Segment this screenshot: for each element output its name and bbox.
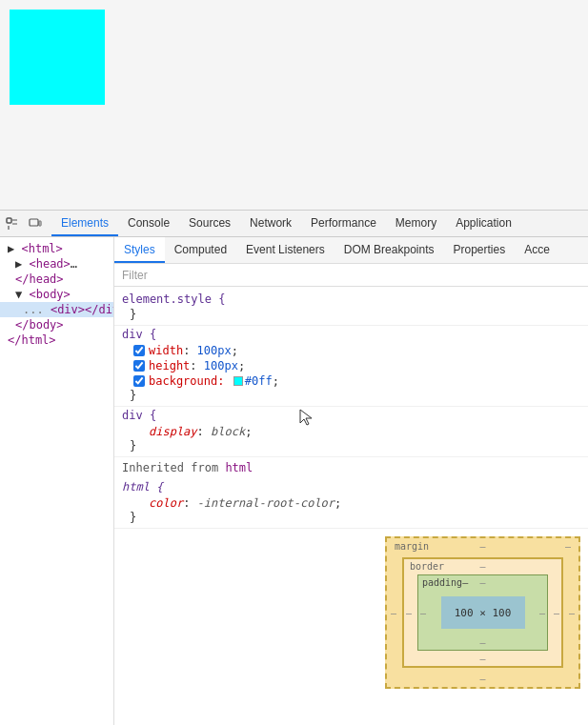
style-block-div1: div { width: 100px; height: 100px; ba xyxy=(114,326,588,407)
width-prop-name: width xyxy=(149,344,183,357)
element-picker-icon[interactable] xyxy=(4,215,21,232)
dom-line-head[interactable]: ▶ <head>… xyxy=(0,256,113,272)
inherited-tag: html xyxy=(225,461,253,474)
border-dash-top: – xyxy=(479,561,485,572)
style-prop-color: color: -internal-root-color; xyxy=(122,495,580,511)
style-prop-background: background: #0ff; xyxy=(122,373,580,389)
div2-close: } xyxy=(122,439,580,453)
html-selector: html { xyxy=(122,480,580,493)
border-dash-bottom: – xyxy=(479,654,485,664)
dom-line-head-close[interactable]: </head> xyxy=(0,272,113,287)
div1-close: } xyxy=(122,389,580,402)
inherited-header: Inherited from html xyxy=(114,457,588,478)
margin-dash-bottom: – xyxy=(479,674,485,684)
margin-dash-top: – xyxy=(479,541,485,552)
dom-line-body[interactable]: ▼ <body> xyxy=(0,287,113,302)
tab-console[interactable]: Console xyxy=(118,211,179,236)
dom-line-body-close[interactable]: </body> xyxy=(0,317,113,332)
border-label: border xyxy=(410,561,444,572)
sub-tab-acce[interactable]: Acce xyxy=(515,237,559,263)
inherited-from-label: Inherited from xyxy=(122,461,225,474)
padding-dash-left: – xyxy=(420,608,426,618)
devtools-toolbar: Elements Console Sources Network Perform… xyxy=(0,211,588,237)
style-prop-display: display: block; xyxy=(122,424,580,439)
border-dash-left: – xyxy=(406,608,412,618)
background-value: #0ff xyxy=(245,374,273,388)
preview-area xyxy=(0,0,588,210)
color-swatch[interactable] xyxy=(233,376,243,386)
content-box: 100 × 100 xyxy=(441,596,525,629)
margin-dash-top-right: – xyxy=(565,541,571,552)
toolbar-icons xyxy=(4,215,44,232)
padding-label: padding– xyxy=(422,577,468,588)
cyan-box xyxy=(10,10,105,105)
background-prop-name: background: xyxy=(149,374,224,388)
style-block-div2: div { display: block; } xyxy=(114,407,588,457)
height-prop-name: height xyxy=(149,359,190,373)
sub-tabs: Styles Computed Event Listeners DOM Brea… xyxy=(114,237,588,264)
device-toolbar-icon[interactable] xyxy=(27,215,44,232)
dom-line-html[interactable]: ▶ <html> xyxy=(0,241,113,256)
width-value: 100px xyxy=(197,344,232,357)
dom-panel: ▶ <html> ▶ <head>… </head> ▼ <body> ... … xyxy=(0,237,114,725)
border-dash-right: – xyxy=(554,608,559,618)
padding-box: padding– – – – – 100 × 100 xyxy=(417,574,548,651)
filter-placeholder: Filter xyxy=(122,269,148,282)
filter-bar: Filter xyxy=(114,264,588,287)
style-block-html: html { color: -internal-root-color; } xyxy=(114,478,588,529)
padding-dash-right: – xyxy=(539,608,545,618)
display-value: block xyxy=(211,425,245,438)
style-prop-width: width: 100px; xyxy=(122,343,580,358)
sub-tab-computed[interactable]: Computed xyxy=(165,237,236,263)
margin-dash-right: – xyxy=(569,608,575,618)
sub-tab-styles[interactable]: Styles xyxy=(114,237,165,263)
tab-sources[interactable]: Sources xyxy=(179,211,240,236)
height-value: 100px xyxy=(204,359,238,373)
tab-elements[interactable]: Elements xyxy=(51,211,118,236)
style-prop-height: height: 100px; xyxy=(122,358,580,373)
div1-selector: div { xyxy=(122,328,580,341)
display-prop-name: display xyxy=(149,425,197,438)
styles-content: element.style { } div { width: 100px; he… xyxy=(114,287,588,725)
height-checkbox[interactable] xyxy=(133,360,145,372)
margin-label: margin xyxy=(395,541,429,552)
margin-dash-left: – xyxy=(391,608,396,618)
color-value: -internal-root-color xyxy=(197,496,335,510)
box-model-section: margin – – – – – xyxy=(114,529,588,693)
width-checkbox[interactable] xyxy=(133,345,145,356)
svg-rect-2 xyxy=(39,221,41,226)
html-close: } xyxy=(122,511,580,524)
padding-dash-top: – xyxy=(479,577,485,588)
styles-panel: Styles Computed Event Listeners DOM Brea… xyxy=(114,237,588,725)
tab-memory[interactable]: Memory xyxy=(386,211,446,236)
box-model-diagram: margin – – – – – xyxy=(385,536,580,689)
sub-tab-event-listeners[interactable]: Event Listeners xyxy=(236,237,335,263)
color-prop-name: color xyxy=(149,496,183,510)
devtools-main-content: ▶ <html> ▶ <head>… </head> ▼ <body> ... … xyxy=(0,237,588,725)
svg-rect-0 xyxy=(7,218,11,223)
element-style-selector: element.style { xyxy=(122,292,580,306)
devtools-panel: Elements Console Sources Network Perform… xyxy=(0,210,588,725)
devtools-main-tabs: Elements Console Sources Network Perform… xyxy=(51,211,521,236)
dom-line-div[interactable]: ... <div></div> xyxy=(0,302,113,317)
tab-performance[interactable]: Performance xyxy=(301,211,386,236)
content-size: 100 × 100 xyxy=(455,607,512,619)
element-style-close: } xyxy=(122,308,580,321)
sub-tab-properties[interactable]: Properties xyxy=(443,237,515,263)
tab-application[interactable]: Application xyxy=(446,211,521,236)
style-block-element: element.style { } xyxy=(114,291,588,326)
dom-line-html-close[interactable]: </html> xyxy=(0,332,113,348)
padding-dash-bottom: – xyxy=(479,637,485,648)
background-checkbox[interactable] xyxy=(133,375,145,387)
tab-network[interactable]: Network xyxy=(240,211,301,236)
svg-rect-1 xyxy=(30,219,38,226)
div2-selector: div { xyxy=(122,409,580,422)
sub-tab-dom-breakpoints[interactable]: DOM Breakpoints xyxy=(335,237,444,263)
